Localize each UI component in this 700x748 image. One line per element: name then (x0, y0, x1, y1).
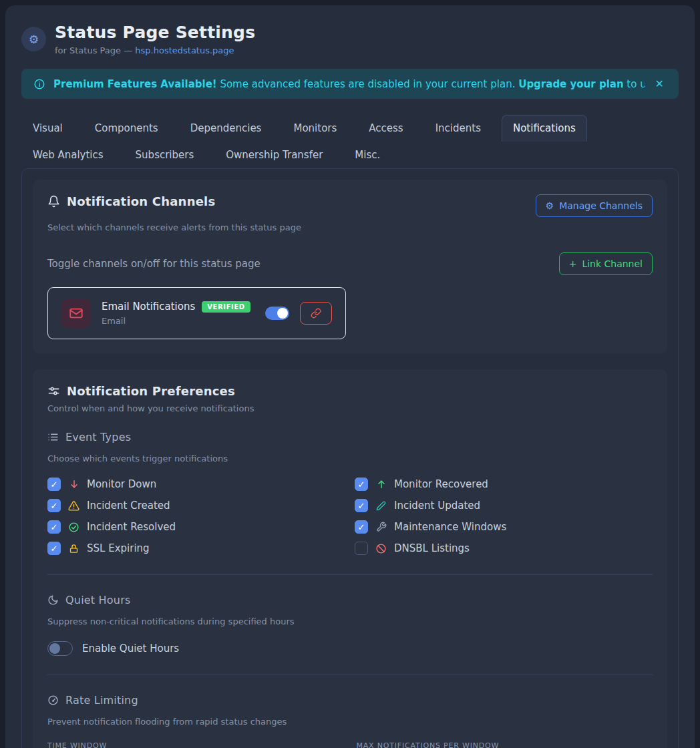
quiet-hours-toggle[interactable] (47, 641, 73, 656)
event-type-incident-created[interactable]: Incident Created (47, 498, 355, 513)
premium-banner: Premium Features Available! Some advance… (21, 69, 679, 99)
check-circle-icon (68, 522, 79, 533)
notification-channels-card: Notification Channels ⚙ Manage Channels … (33, 180, 667, 354)
channels-subtitle: Select which channels receive alerts fro… (47, 222, 653, 232)
gear-icon: ⚙ (546, 200, 554, 211)
tab-incidents[interactable]: Incidents (424, 115, 492, 142)
event-label: Incident Updated (394, 500, 480, 512)
event-label: DNSBL Listings (394, 542, 470, 554)
channel-item-email: Email Notifications VERIFIED Email (47, 287, 346, 339)
rate-limiting-title: Rate Limiting (65, 694, 138, 707)
checkbox[interactable] (47, 542, 61, 555)
tab-visual[interactable]: Visual (21, 115, 74, 142)
envelope-icon (61, 299, 91, 328)
event-type-incident-resolved[interactable]: Incident Resolved (47, 520, 355, 534)
event-type-dnsbl-listings[interactable]: DNSBL Listings (355, 541, 653, 556)
plus-icon: + (569, 258, 577, 269)
checkbox[interactable] (47, 499, 61, 512)
wrench-tools-icon (375, 522, 387, 532)
settings-panel: ⚙ Status Page Settings for Status Page —… (5, 5, 695, 748)
verified-badge: VERIFIED (202, 301, 250, 313)
warning-triangle-icon (68, 500, 79, 512)
bell-icon (47, 195, 60, 208)
channel-name: Email Notifications (102, 301, 195, 313)
moon-icon (47, 594, 59, 606)
banner-bold-text: Premium Features Available! (53, 78, 217, 90)
tab-access[interactable]: Access (357, 115, 414, 142)
close-icon[interactable]: ✕ (653, 75, 667, 93)
checkbox[interactable] (355, 520, 368, 534)
tab-components[interactable]: Components (83, 115, 170, 142)
event-types-title: Event Types (65, 431, 131, 443)
toggle-channels-hint: Toggle channels on/off for this status p… (47, 258, 260, 270)
upgrade-plan-link[interactable]: Upgrade your plan (518, 78, 623, 90)
page-header: ⚙ Status Page Settings for Status Page —… (21, 23, 679, 55)
channel-type: Email (102, 316, 254, 326)
rate-limiting-subtitle: Prevent notification flooding from rapid… (47, 717, 653, 727)
notifications-tab-content: Notification Channels ⚙ Manage Channels … (21, 168, 679, 748)
banner-text: Premium Features Available! Some advance… (53, 78, 645, 90)
quiet-hours-title: Quiet Hours (65, 594, 130, 606)
arrow-down-icon (68, 479, 79, 490)
event-type-monitor-down[interactable]: Monitor Down (47, 477, 355, 492)
event-type-incident-updated[interactable]: Incident Updated (355, 498, 653, 513)
tab-ownership-transfer[interactable]: Ownership Transfer (214, 142, 334, 168)
status-page-link[interactable]: hsp.hostedstatus.page (135, 45, 234, 55)
settings-tabs: Visual Components Dependencies Monitors … (21, 115, 683, 168)
tab-subscribers[interactable]: Subscribers (124, 142, 206, 168)
event-type-monitor-recovered[interactable]: Monitor Recovered (355, 477, 653, 492)
unlink-channel-button[interactable] (300, 302, 332, 325)
list-icon (47, 431, 59, 443)
event-types-subtitle: Choose which events trigger notification… (47, 453, 653, 463)
event-label: Monitor Recovered (394, 478, 488, 490)
arrow-up-icon (375, 479, 387, 490)
link-channel-button[interactable]: + Link Channel (559, 252, 653, 275)
divider (47, 675, 653, 675)
link-channel-label: Link Channel (582, 258, 643, 269)
sliders-icon (47, 385, 60, 397)
banner-body-text: Some advanced features are disabled in y… (217, 78, 519, 90)
tab-monitors[interactable]: Monitors (282, 115, 348, 142)
checkbox[interactable] (355, 478, 368, 491)
checkbox[interactable] (47, 520, 61, 534)
gauge-icon (47, 695, 59, 706)
event-type-ssl-expiring[interactable]: SSL Expiring (47, 541, 355, 556)
manage-channels-button[interactable]: ⚙ Manage Channels (536, 194, 653, 217)
event-type-maintenance-windows[interactable]: Maintenance Windows (355, 520, 653, 534)
tab-web-analytics[interactable]: Web Analytics (21, 142, 115, 168)
checkbox[interactable] (355, 499, 368, 512)
event-types-grid: Monitor Down Monitor Recovered Incident … (47, 477, 653, 556)
page-title: Status Page Settings (55, 23, 255, 42)
time-window-field: TIME WINDOW 15 minutes (47, 741, 344, 748)
tab-misc[interactable]: Misc. (343, 142, 391, 168)
notification-preferences-card: Notification Preferences Control when an… (33, 369, 667, 748)
max-notifications-field: MAX NOTIFICATIONS PER WINDOW (357, 741, 653, 748)
subtitle-text: for Status Page — (55, 45, 135, 55)
channel-toggle[interactable] (265, 307, 289, 320)
chain-link-icon (311, 308, 321, 319)
event-label: Incident Created (87, 500, 170, 512)
quiet-hours-subtitle: Suppress non-critical notifications duri… (47, 616, 653, 626)
event-label: Monitor Down (87, 478, 156, 490)
checkbox[interactable] (47, 478, 61, 491)
event-label: SSL Expiring (87, 542, 150, 554)
channels-title: Notification Channels (67, 194, 215, 208)
preferences-subtitle: Control when and how you receive notific… (47, 403, 653, 413)
preferences-title: Notification Preferences (67, 384, 235, 398)
max-notifications-label: MAX NOTIFICATIONS PER WINDOW (357, 741, 653, 748)
lock-icon (68, 544, 79, 554)
event-label: Incident Resolved (87, 521, 176, 533)
event-label: Maintenance Windows (394, 521, 506, 533)
time-window-label: TIME WINDOW (47, 741, 344, 748)
checkbox[interactable] (355, 542, 368, 555)
quiet-hours-toggle-label: Enable Quiet Hours (82, 642, 179, 654)
banner-suffix-text: to unlock them. (624, 78, 645, 90)
manage-channels-label: Manage Channels (559, 200, 643, 211)
tab-notifications[interactable]: Notifications (502, 115, 587, 142)
pencil-icon (375, 501, 387, 511)
page-subtitle: for Status Page — hsp.hostedstatus.page (55, 45, 255, 55)
tab-dependencies[interactable]: Dependencies (179, 115, 273, 142)
gear-badge-icon: ⚙ (21, 27, 46, 51)
ban-circle-icon (375, 543, 387, 554)
gear-icon: ⚙ (29, 33, 39, 46)
